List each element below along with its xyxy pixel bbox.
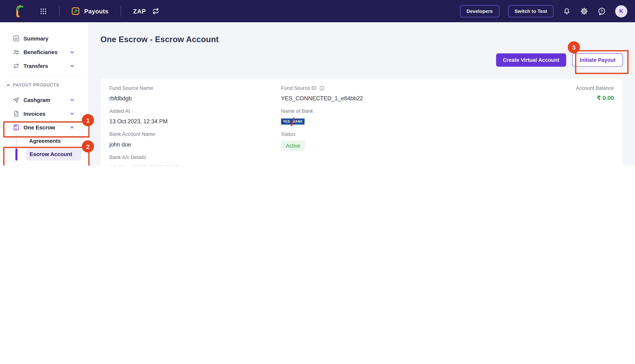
notifications-bell-icon[interactable] xyxy=(563,7,571,15)
sidebar-item-riskshield[interactable]: RiskShield xyxy=(0,161,88,166)
status-label: Status xyxy=(281,131,529,138)
fund-source-card-col3: Account Balance ₹ 0.00 xyxy=(529,85,614,166)
bank-logo-text: YES xyxy=(283,120,290,123)
fund-source-id-label: Fund Source ID xyxy=(281,85,316,92)
chevron-down-icon xyxy=(69,63,75,69)
top-navbar: Payouts ZAP Developers Switch to Test xyxy=(0,0,635,22)
cashgram-icon xyxy=(13,96,20,104)
active-indicator-bar xyxy=(16,148,17,160)
fund-source-card-col1: Fund Source Name rbfdbdgb Added At 13 Oc… xyxy=(109,85,281,166)
settings-gear-icon[interactable] xyxy=(580,7,588,15)
sidebar-subitem-agreements[interactable]: Agreements xyxy=(0,134,88,148)
sidebar-item-label: Escrow Account xyxy=(26,148,81,160)
added-at-label: Added At xyxy=(109,108,281,114)
sidebar-item-invoices[interactable]: $ Invoices xyxy=(0,107,88,120)
status-badge: Active xyxy=(281,141,305,151)
invoices-icon: $ xyxy=(13,110,20,118)
cashfree-logo-icon[interactable] xyxy=(15,4,26,18)
sidebar-item-transfers[interactable]: Transfers xyxy=(0,59,88,73)
bank-account-name-label: Bank Account Name xyxy=(109,131,281,138)
product-name-label: Payouts xyxy=(84,8,108,14)
transfers-icon xyxy=(13,62,20,70)
sidebar-item-label: Invoices xyxy=(23,110,45,117)
sidebar-section-payout-products[interactable]: PAYOUT PRODUCTS xyxy=(0,79,88,91)
sidebar-item-label: Agreements xyxy=(29,138,61,144)
switch-to-test-button[interactable]: Switch to Test xyxy=(508,5,554,17)
chevron-up-icon xyxy=(69,124,75,130)
page-actions: Create Virtual Account Initiate Payout xyxy=(100,53,623,67)
chevron-down-icon xyxy=(69,97,75,103)
fund-source-card: Fund Source Name rbfdbdgb Added At 13 Oc… xyxy=(100,78,623,166)
app-grid-icon[interactable] xyxy=(39,7,47,15)
sidebar-item-label: Transfers xyxy=(23,63,48,69)
sidebar-nav: Summary Beneficiaries xyxy=(0,22,89,166)
fund-source-name-label: Fund Source Name xyxy=(109,85,281,92)
one-escrow-icon xyxy=(13,124,20,131)
page-title: One Escrow - Escrow Account xyxy=(100,35,623,44)
svg-text:$: $ xyxy=(15,113,17,116)
sidebar-item-cashgram[interactable]: Cashgram xyxy=(0,93,88,107)
sidebar-subitem-escrow-account[interactable]: Escrow Account xyxy=(0,148,88,161)
fund-source-id-value: YES_CONNECTED_1_e84bb22 xyxy=(281,94,529,102)
account-balance-value: ₹ 0.00 xyxy=(529,94,614,101)
sidebar-item-summary[interactable]: Summary xyxy=(0,32,88,45)
payouts-product-icon xyxy=(71,6,80,16)
switch-workspace-icon[interactable] xyxy=(151,7,160,15)
topbar-left: Payouts ZAP xyxy=(0,4,160,18)
initiate-payout-button[interactable]: Initiate Payout xyxy=(572,53,623,67)
beneficiaries-icon xyxy=(13,48,20,56)
chevron-down-icon xyxy=(69,165,75,166)
create-virtual-account-button[interactable]: Create Virtual Account xyxy=(496,53,566,67)
user-avatar[interactable]: K xyxy=(615,5,627,17)
section-label: PAYOUT PRODUCTS xyxy=(13,82,59,87)
workspace-name: ZAP xyxy=(133,8,146,14)
bank-ac-details-label: Bank A/c Details xyxy=(109,154,281,160)
subnav-tree-line xyxy=(16,135,17,148)
sidebar-item-label: Summary xyxy=(23,35,48,42)
info-icon[interactable] xyxy=(319,86,325,91)
riskshield-icon xyxy=(13,164,20,166)
sidebar-item-beneficiaries[interactable]: Beneficiaries xyxy=(0,45,88,59)
sidebar-item-label: One Escrow xyxy=(23,124,55,130)
chevron-down-icon xyxy=(69,49,75,55)
payouts-brand[interactable]: Payouts xyxy=(71,6,109,16)
added-at-value: 13 Oct 2023, 12:34 PM xyxy=(109,118,281,125)
topbar-divider xyxy=(120,6,121,16)
sidebar-item-label: RiskShield xyxy=(24,165,52,166)
yes-bank-logo: YES BANK xyxy=(281,118,305,124)
fund-source-name-value: rbfdbdgb xyxy=(109,94,281,102)
chevron-up-icon xyxy=(6,83,11,87)
bank-logo-text: BANK xyxy=(293,120,303,123)
topbar-right: Developers Switch to Test ? xyxy=(460,5,635,17)
help-icon[interactable]: ? xyxy=(597,6,606,16)
topbar-divider xyxy=(59,6,60,16)
summary-icon xyxy=(13,35,20,42)
bank-account-name-value: john doe xyxy=(109,141,281,148)
bank-ac-no-value: A/c No.: 026291800000092 xyxy=(109,164,281,166)
chevron-down-icon xyxy=(69,111,75,116)
sidebar-divider xyxy=(7,76,82,76)
sidebar-item-label: Beneficiaries xyxy=(23,49,58,55)
account-balance-label: Account Balance xyxy=(529,85,614,92)
developers-topbar-button[interactable]: Developers xyxy=(460,5,499,17)
name-of-bank-label: Name of Bank xyxy=(281,108,529,114)
workspace-switcher[interactable]: ZAP xyxy=(133,7,160,15)
sidebar-item-one-escrow[interactable]: One Escrow xyxy=(0,120,88,134)
sidebar-item-label: Cashgram xyxy=(23,97,50,103)
fund-source-card-col2: Fund Source ID YES_CONNECTED_1_e84bb22 N… xyxy=(281,85,529,166)
svg-text:?: ? xyxy=(600,9,603,13)
main-content: One Escrow - Escrow Account Create Virtu… xyxy=(89,22,635,166)
app-viewport: Payouts ZAP Developers Switch to Test xyxy=(0,0,635,166)
